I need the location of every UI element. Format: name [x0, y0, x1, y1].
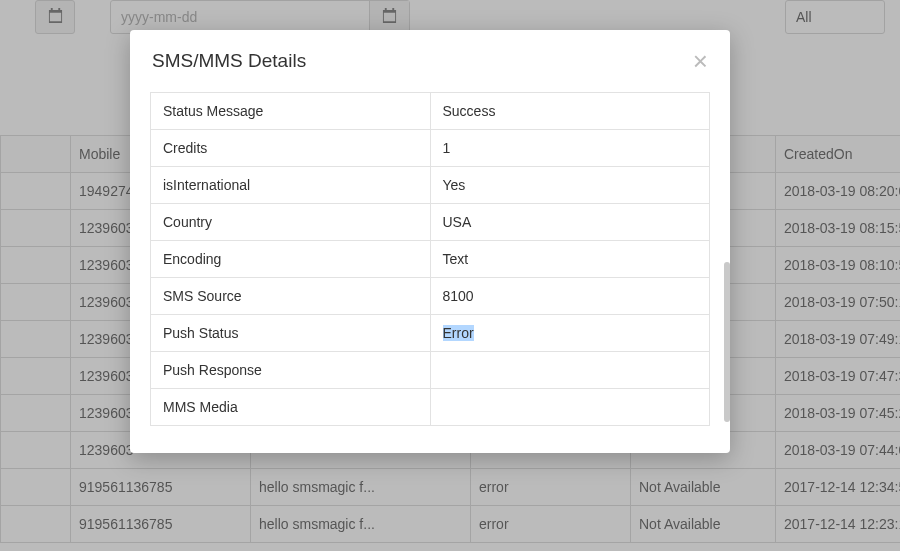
value-mms-media [430, 389, 710, 426]
label-push-status: Push Status [151, 315, 431, 352]
label-credits: Credits [151, 130, 431, 167]
modal-title: SMS/MMS Details [152, 50, 306, 72]
close-button[interactable]: × [693, 48, 708, 74]
row-encoding: Encoding Text [151, 241, 710, 278]
row-status-message: Status Message Success [151, 93, 710, 130]
label-push-response: Push Response [151, 352, 431, 389]
details-table: Status Message Success Credits 1 isInter… [150, 92, 710, 426]
label-encoding: Encoding [151, 241, 431, 278]
row-mms-media: MMS Media [151, 389, 710, 426]
value-push-status: Error [430, 315, 710, 352]
sms-details-modal: SMS/MMS Details × Status Message Success… [130, 30, 730, 453]
value-country: USA [430, 204, 710, 241]
label-sms-source: SMS Source [151, 278, 431, 315]
value-push-response [430, 352, 710, 389]
value-sms-source: 8100 [430, 278, 710, 315]
row-push-response: Push Response [151, 352, 710, 389]
row-country: Country USA [151, 204, 710, 241]
label-country: Country [151, 204, 431, 241]
label-mms-media: MMS Media [151, 389, 431, 426]
value-is-international: Yes [430, 167, 710, 204]
value-credits: 1 [430, 130, 710, 167]
label-is-international: isInternational [151, 167, 431, 204]
modal-header: SMS/MMS Details × [130, 30, 730, 92]
modal-scrollbar[interactable] [724, 262, 730, 422]
row-credits: Credits 1 [151, 130, 710, 167]
row-push-status: Push Status Error [151, 315, 710, 352]
label-status-message: Status Message [151, 93, 431, 130]
row-is-international: isInternational Yes [151, 167, 710, 204]
close-icon: × [693, 46, 708, 76]
row-sms-source: SMS Source 8100 [151, 278, 710, 315]
value-encoding: Text [430, 241, 710, 278]
value-status-message: Success [430, 93, 710, 130]
